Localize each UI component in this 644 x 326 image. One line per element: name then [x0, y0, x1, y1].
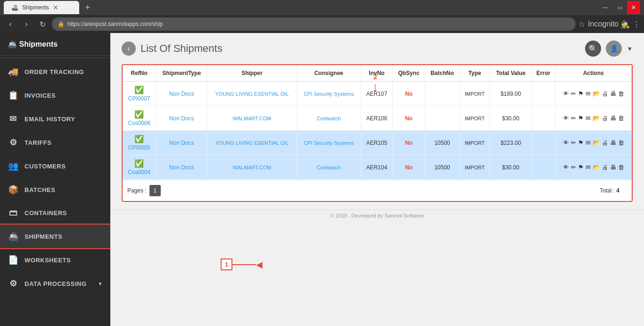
delete-icon[interactable]: 🗑: [618, 164, 624, 171]
edit-icon[interactable]: ✏: [571, 90, 576, 97]
nav-back-button[interactable]: ‹: [4, 17, 17, 31]
order-tracking-icon: 🚚: [8, 67, 19, 77]
print-icon[interactable]: 🖨: [602, 139, 608, 146]
url-text: https://areopost.sanmolapps.com/ship: [67, 21, 163, 27]
ref-number[interactable]: CPI0005: [128, 144, 150, 151]
search-button[interactable]: 🔍: [585, 41, 601, 57]
ref-number[interactable]: CPI0007: [128, 95, 150, 102]
sidebar-item-label-invoices: INVOICES: [25, 92, 56, 99]
annotation-1-box: 1: [221, 259, 232, 270]
pages-label: Pages :: [127, 187, 147, 194]
flag-icon[interactable]: ⚑: [578, 115, 584, 122]
cell-actions: 👁 ✏ ⚑ ✉ 📂 🖨 🖶 🗑: [555, 106, 632, 131]
user-dropdown-icon[interactable]: ▼: [627, 45, 633, 52]
folder-icon[interactable]: 📂: [593, 115, 600, 122]
delete-icon[interactable]: 🗑: [618, 115, 624, 122]
sidebar-item-tariffs[interactable]: ⚙ TARIFFS: [0, 131, 110, 154]
browser-actions: ☆ Incognito 🕵 ⋮: [578, 20, 640, 29]
email-icon[interactable]: ✉: [586, 115, 591, 122]
shipper-value[interactable]: WALMART.COM: [233, 165, 272, 170]
user-avatar-button[interactable]: 👤: [606, 41, 622, 57]
ref-number[interactable]: Cos0004: [128, 169, 150, 176]
flag-icon[interactable]: ⚑: [578, 90, 584, 97]
tab-close-button[interactable]: ✕: [53, 4, 58, 11]
shipment-type-value[interactable]: Non Docs: [169, 91, 194, 97]
folder-icon[interactable]: 📂: [593, 90, 600, 97]
edit-icon[interactable]: ✏: [571, 115, 576, 122]
cell-shipper: YOUNG LIVING ESENTIAL OIL: [207, 131, 297, 155]
sidebar-item-shipments[interactable]: 🚢 SHIPMENTS: [0, 225, 110, 248]
printer2-icon[interactable]: 🖶: [610, 115, 616, 122]
print-icon[interactable]: 🖨: [602, 115, 608, 122]
minimize-button[interactable]: —: [599, 1, 612, 14]
col-consignee: Consignee: [297, 65, 361, 82]
annotation-1-num: 1: [225, 261, 228, 268]
cell-invno: AER107: [361, 82, 393, 106]
total-value: $30.00: [502, 164, 520, 171]
flag-icon[interactable]: ⚑: [578, 164, 584, 171]
consignee-value[interactable]: Costwatch: [317, 116, 341, 121]
bookmark-icon[interactable]: ☆: [578, 20, 585, 29]
consignee-value[interactable]: CPI Security Systems: [304, 91, 354, 97]
sidebar-item-label-shipments: SHIPMENTS: [25, 233, 62, 240]
new-tab-button[interactable]: +: [81, 1, 94, 14]
sidebar-item-invoices[interactable]: 📋 INVOICES: [0, 84, 110, 107]
annotation-1-line: [232, 264, 256, 265]
maximize-button[interactable]: ▭: [613, 1, 626, 14]
sidebar-item-order-tracking[interactable]: 🚚 ORDER TRACKING: [0, 60, 110, 84]
edit-icon[interactable]: ✏: [571, 139, 576, 146]
shipment-type-value[interactable]: Non Docs: [169, 164, 194, 171]
main-content: ‹ List Of Shipments 2 ↓ 🔍 👤 ▼: [110, 33, 644, 326]
print-icon[interactable]: 🖨: [602, 164, 608, 171]
printer2-icon[interactable]: 🖶: [610, 90, 616, 97]
email-icon[interactable]: ✉: [586, 139, 591, 146]
sidebar-item-batches[interactable]: 📦 BATCHES: [0, 178, 110, 201]
view-icon[interactable]: 👁: [563, 90, 569, 97]
sidebar-item-customers[interactable]: 👥 CUSTOMERS: [0, 154, 110, 178]
address-bar[interactable]: 🔒 https://areopost.sanmolapps.com/ship: [52, 17, 576, 31]
edit-icon[interactable]: ✏: [571, 164, 576, 171]
shipper-value[interactable]: WALMART.COM: [233, 116, 272, 121]
menu-icon[interactable]: ⋮: [633, 20, 640, 29]
consignee-value[interactable]: CPI Security Systems: [304, 140, 354, 146]
printer2-icon[interactable]: 🖶: [610, 164, 616, 171]
view-icon[interactable]: 👁: [563, 139, 569, 146]
print-icon[interactable]: 🖨: [602, 90, 608, 97]
delete-icon[interactable]: 🗑: [618, 90, 624, 97]
close-button[interactable]: ✕: [627, 1, 640, 14]
main-content-wrapper: ‹ List Of Shipments 2 ↓ 🔍 👤 ▼: [110, 33, 644, 326]
consignee-value[interactable]: Costwatch: [317, 165, 341, 170]
ref-number[interactable]: Cos0006: [128, 120, 150, 126]
active-tab[interactable]: 🚢 Shipments ✕: [4, 1, 79, 14]
nav-forward-button[interactable]: ›: [20, 17, 33, 31]
printer2-icon[interactable]: 🖶: [610, 139, 616, 146]
page-header: ‹ List Of Shipments 2 ↓ 🔍 👤 ▼: [110, 33, 644, 64]
email-icon[interactable]: ✉: [586, 164, 591, 171]
cell-type: IMPORT: [459, 82, 490, 106]
shipment-type-value[interactable]: Non Docs: [169, 140, 194, 146]
view-icon[interactable]: 👁: [563, 164, 569, 171]
shipment-type-value[interactable]: Non Docs: [169, 115, 194, 122]
back-button[interactable]: ‹: [122, 42, 136, 56]
folder-icon[interactable]: 📂: [593, 164, 600, 171]
sidebar-item-email-history[interactable]: ✉ EMAIL HISTORY: [0, 107, 110, 131]
flag-icon[interactable]: ⚑: [578, 139, 584, 146]
sidebar-item-data-processing[interactable]: ⚙ DATA PROCESSING ▼: [0, 272, 110, 295]
email-icon[interactable]: ✉: [586, 90, 591, 97]
nav-reload-button[interactable]: ↻: [36, 17, 49, 31]
cell-total-value: $189.00: [490, 82, 531, 106]
cell-shipmenttype: Non Docs: [156, 155, 207, 180]
cell-error: [531, 155, 555, 180]
table-row: ✅Cos0006Non DocsWALMART.COMCostwatchAER1…: [123, 106, 632, 131]
header-actions: 🔍 👤 ▼: [585, 41, 633, 57]
view-icon[interactable]: 👁: [563, 115, 569, 122]
folder-icon[interactable]: 📂: [593, 139, 600, 146]
sidebar-item-containers[interactable]: 🗃 CONTAINERS: [0, 201, 110, 225]
page-1-button[interactable]: 1: [149, 185, 161, 196]
sidebar-item-worksheets[interactable]: 📄 WORKSHEETS: [0, 248, 110, 272]
delete-icon[interactable]: 🗑: [618, 139, 624, 146]
qbsync-value: No: [405, 164, 413, 171]
cell-batchno: 10500: [425, 155, 459, 180]
shipper-value[interactable]: YOUNG LIVING ESENTIAL OIL: [215, 140, 289, 146]
shipper-value[interactable]: YOUNG LIVING ESENTIAL OIL: [215, 91, 289, 97]
